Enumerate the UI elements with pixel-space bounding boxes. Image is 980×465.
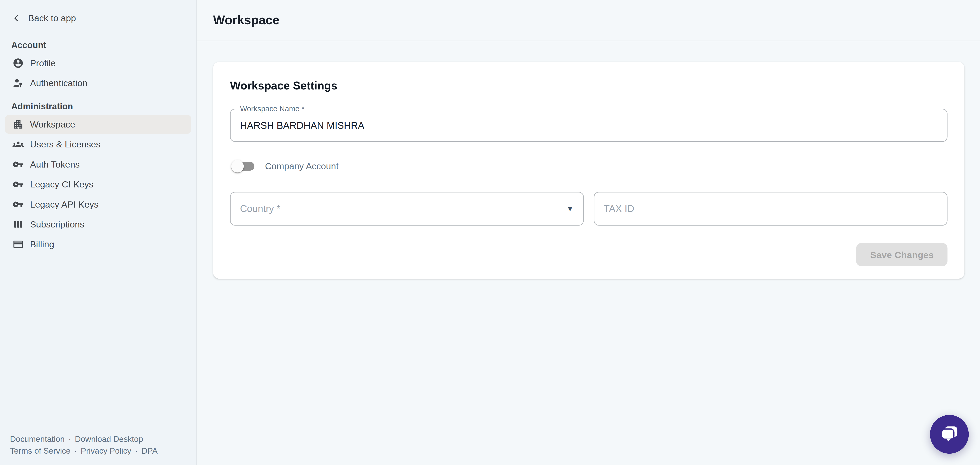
- sidebar-item-billing[interactable]: Billing: [5, 235, 191, 254]
- credit-card-icon: [13, 239, 24, 250]
- account-circle-icon: [13, 57, 24, 68]
- sidebar-item-label: Auth Tokens: [30, 159, 80, 169]
- footer-row-1: Documentation·Download Desktop: [10, 433, 158, 445]
- chat-launcher-button[interactable]: [930, 415, 969, 454]
- section-label-administration: Administration: [11, 101, 196, 111]
- sidebar-item-label: Legacy CI Keys: [30, 179, 94, 190]
- workspace-name-label: Workspace Name *: [237, 104, 307, 113]
- footer-separator: ·: [74, 446, 77, 455]
- main-content: Workspace Workspace Settings Workspace N…: [197, 0, 980, 465]
- chat-bubbles-icon: [939, 424, 959, 444]
- tax-id-field: [594, 192, 947, 226]
- download-desktop-link[interactable]: Download Desktop: [75, 435, 143, 444]
- privacy-policy-link[interactable]: Privacy Policy: [81, 446, 131, 455]
- sidebar-item-auth-tokens[interactable]: Auth Tokens: [5, 155, 191, 174]
- settings-sidebar: Back to app Account Profile Authenticati…: [0, 0, 197, 465]
- country-tax-row: Country * ▼: [230, 192, 947, 226]
- sidebar-item-label: Subscriptions: [30, 220, 84, 229]
- save-changes-button[interactable]: Save Changes: [857, 243, 948, 266]
- workspace-settings-card: Workspace Settings Workspace Name * Comp…: [213, 62, 964, 279]
- key-icon: [13, 159, 24, 170]
- sidebar-item-users-licenses[interactable]: Users & Licenses: [5, 135, 191, 154]
- sidebar-item-subscriptions[interactable]: Subscriptions: [5, 215, 191, 234]
- terms-of-service-link[interactable]: Terms of Service: [10, 446, 71, 455]
- footer-separator: ·: [135, 446, 138, 455]
- footer-row-2: Terms of Service·Privacy Policy·DPA: [10, 445, 158, 457]
- back-to-app-label: Back to app: [28, 13, 76, 23]
- key-icon: [13, 179, 24, 190]
- person-key-icon: [13, 77, 24, 89]
- sidebar-item-label: Billing: [30, 239, 54, 249]
- sidebar-item-workspace[interactable]: Workspace: [5, 115, 191, 134]
- key-icon: [13, 199, 24, 210]
- sidebar-item-label: Authentication: [30, 78, 88, 88]
- building-icon: [13, 119, 24, 130]
- company-account-row: Company Account: [231, 154, 947, 178]
- workspace-name-input[interactable]: [240, 119, 937, 131]
- card-title: Workspace Settings: [230, 80, 947, 92]
- section-label-account: Account: [11, 40, 196, 50]
- toggle-thumb: [231, 160, 244, 172]
- sidebar-item-label: Users & Licenses: [30, 139, 100, 150]
- sidebar-item-legacy-api-keys[interactable]: Legacy API Keys: [5, 195, 191, 214]
- dropdown-arrow-icon: ▼: [566, 205, 574, 212]
- country-select[interactable]: Country * ▼: [230, 192, 584, 226]
- columns-icon: [13, 219, 24, 230]
- sidebar-item-profile[interactable]: Profile: [5, 54, 191, 73]
- company-account-label: Company Account: [265, 161, 339, 171]
- country-placeholder: Country *: [240, 203, 280, 214]
- sidebar-item-legacy-ci-keys[interactable]: Legacy CI Keys: [5, 175, 191, 194]
- sidebar-item-label: Legacy API Keys: [30, 199, 99, 209]
- tax-id-input[interactable]: [604, 203, 937, 214]
- sidebar-footer: Documentation·Download Desktop Terms of …: [10, 433, 158, 457]
- sidebar-item-label: Workspace: [30, 119, 75, 129]
- toggle-track: [233, 162, 255, 170]
- app-window: Back to app Account Profile Authenticati…: [0, 0, 980, 465]
- workspace-name-field: Workspace Name *: [230, 109, 947, 142]
- card-actions: Save Changes: [230, 243, 947, 266]
- people-group-icon: [13, 139, 24, 150]
- page-header: Workspace: [197, 0, 980, 41]
- dpa-link[interactable]: DPA: [142, 446, 158, 455]
- back-to-app-button[interactable]: Back to app: [10, 10, 186, 26]
- chevron-left-icon: [10, 12, 22, 24]
- sidebar-item-label: Profile: [30, 58, 56, 68]
- company-account-toggle[interactable]: [231, 154, 260, 178]
- page-title: Workspace: [213, 13, 280, 27]
- documentation-link[interactable]: Documentation: [10, 435, 65, 444]
- sidebar-item-authentication[interactable]: Authentication: [5, 74, 191, 92]
- footer-separator: ·: [68, 435, 71, 444]
